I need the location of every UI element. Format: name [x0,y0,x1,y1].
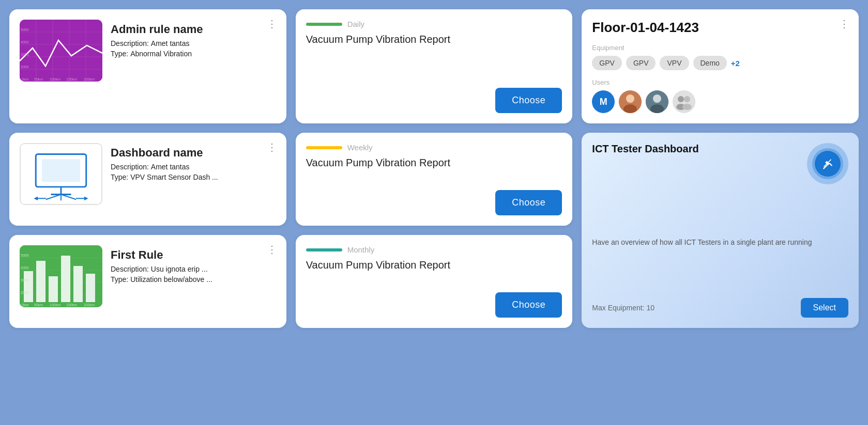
select-button-ict[interactable]: Select [801,298,848,318]
report-card-weekly: Weekly Vacuum Pump Vibration Report Choo… [296,133,573,226]
svg-rect-51 [73,266,83,302]
svg-rect-52 [86,274,95,302]
rule-thumb-purple: 0km 50km 100km 150km 200km 5000 4000 300… [20,20,102,82]
svg-text:50km: 50km [34,303,43,307]
svg-text:200km: 200km [84,303,95,307]
rule-info-admin: Admin rule name Description: Amet tantas… [111,20,276,60]
ict-card: ICT Tester Dashboard Have an overview of… [582,133,859,328]
svg-rect-47 [24,271,33,302]
report-title-daily: Vacuum Pump Vibration Report [306,34,562,45]
more-menu-button-admin[interactable]: ⋮ [265,17,279,31]
svg-rect-32 [42,159,80,182]
svg-point-25 [673,90,695,113]
svg-text:150km: 150km [66,303,77,307]
freq-bar-monthly [306,248,342,251]
svg-text:100km: 100km [50,303,60,307]
freq-label-monthly: Monthly [347,245,375,254]
svg-point-23 [653,95,661,103]
report-footer-monthly: Choose [306,292,562,318]
rule-title-admin: Admin rule name [111,23,276,36]
ict-footer-row: Max Equipment: 10 Select [592,298,848,318]
rule-info-first: First Rule Description: Usu ignota erip … [111,245,276,286]
more-menu-button-dashboard[interactable]: ⋮ [265,140,279,154]
svg-text:2000: 2000 [21,291,29,294]
choose-button-daily[interactable]: Choose [495,88,562,113]
svg-text:4000: 4000 [21,40,29,44]
rule-card-first: 0km 50km 100km 150km 200km 5000 4000 300… [9,235,286,328]
rule-card-admin: 0km 50km 100km 150km 200km 5000 4000 300… [9,9,286,123]
ict-title: ICT Tester Dashboard [592,143,698,155]
rule-thumb-dashboard [20,143,102,205]
report-title-monthly: Vacuum Pump Vibration Report [306,259,562,271]
choose-button-weekly[interactable]: Choose [495,190,562,215]
freq-bar-weekly [306,146,342,149]
svg-rect-50 [61,256,70,302]
floor-card: Floor-01-04-1423 ⋮ Equipment GPV GPV VPV… [582,9,859,123]
svg-text:5000: 5000 [21,254,29,257]
svg-rect-0 [20,20,102,82]
report-header-daily: Daily [306,20,562,28]
freq-bar-daily [306,23,342,26]
equipment-row: GPV GPV VPV Demo +2 [592,56,848,70]
avatar-group [673,90,695,113]
floor-title: Floor-01-04-1423 [592,20,848,36]
more-menu-button-floor[interactable]: ⋮ [837,17,851,31]
users-row: M [592,90,848,113]
rule-type-first: Type: Utilization below/above ... [111,275,276,284]
svg-text:150km: 150km [66,77,77,81]
equip-tag-vpv: VPV [660,56,689,70]
users-label: Users [592,78,848,86]
svg-point-27 [684,96,690,102]
ict-icon-wrap [807,143,848,184]
avatar-user2 [619,90,642,113]
svg-text:2000: 2000 [21,65,29,69]
rule-card-dashboard: Dashboard name Description: Amet tantas … [9,133,286,226]
svg-text:100km: 100km [50,77,60,81]
svg-text:3000: 3000 [21,53,29,56]
report-footer-daily: Choose [306,88,562,113]
equipment-label: Equipment [592,44,848,52]
ict-desc: Have an overview of how all ICT Testers … [592,237,848,248]
rule-title-first: First Rule [111,248,276,262]
svg-text:4000: 4000 [21,266,29,270]
rule-desc-first: Description: Usu ignota erip ... [111,265,276,273]
svg-text:50km: 50km [34,77,43,81]
equip-tag-gpv1: GPV [592,56,622,70]
avatar-m: M [592,90,615,113]
equip-more: +2 [731,59,740,68]
ict-icon-button [815,151,841,177]
choose-button-monthly[interactable]: Choose [495,292,562,318]
rule-desc-admin: Description: Amet tantas [111,39,276,48]
freq-label-daily: Daily [347,20,364,28]
equip-tag-gpv2: GPV [626,56,656,70]
rule-thumb-first: 0km 50km 100km 150km 200km 5000 4000 300… [20,245,102,307]
rule-desc-dashboard: Description: Amet tantas [111,163,276,171]
report-card-daily: Daily Vacuum Pump Vibration Report Choos… [296,9,573,123]
svg-text:0km: 0km [22,303,28,307]
rule-type-admin: Type: Abnormal Vibration [111,50,276,58]
avatar-user3 [646,90,668,113]
svg-point-20 [626,95,634,103]
more-menu-button-first[interactable]: ⋮ [265,242,279,257]
rule-info-dashboard: Dashboard name Description: Amet tantas … [111,143,276,183]
svg-text:0km: 0km [22,77,28,81]
ict-max-equipment: Max Equipment: 10 [592,304,654,312]
svg-rect-48 [36,261,45,302]
svg-rect-49 [49,276,58,302]
svg-text:3000: 3000 [21,278,29,282]
svg-point-26 [678,96,684,102]
svg-text:200km: 200km [84,77,95,81]
ict-top-row: ICT Tester Dashboard [592,143,848,184]
report-header-weekly: Weekly [306,143,562,152]
rule-type-dashboard: Type: VPV Smart Sensor Dash ... [111,173,276,181]
equip-tag-demo: Demo [693,56,727,70]
freq-label-weekly: Weekly [347,143,373,152]
report-footer-weekly: Choose [306,190,562,215]
svg-point-29 [682,104,692,110]
rule-title-dashboard: Dashboard name [111,146,276,160]
report-title-weekly: Vacuum Pump Vibration Report [306,157,562,169]
report-card-monthly: Monthly Vacuum Pump Vibration Report Cho… [296,235,573,328]
report-header-monthly: Monthly [306,245,562,254]
svg-text:5000: 5000 [21,28,29,32]
main-grid: 0km 50km 100km 150km 200km 5000 4000 300… [9,9,859,328]
